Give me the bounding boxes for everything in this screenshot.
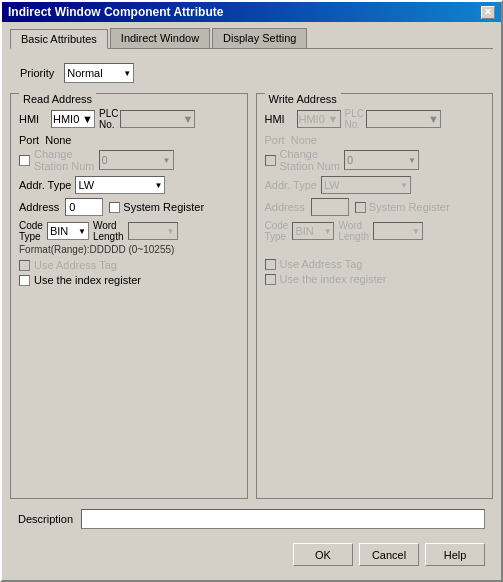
read-change-station-row: ChangeStation Num 0 ▼ (19, 148, 239, 172)
read-code-type-arrow-icon: ▼ (78, 227, 86, 236)
write-hmi-label: HMI (265, 113, 293, 125)
read-use-addr-tag-checkbox (19, 260, 30, 271)
read-address-title: Read Address (19, 93, 96, 105)
read-port-row: Port None (19, 134, 239, 146)
title-bar: Indirect Window Component Attribute ✕ (2, 2, 501, 22)
write-plc-arrow-icon: ▼ (428, 113, 439, 125)
priority-row: Priority Normal ▼ (10, 59, 493, 87)
read-plc-select[interactable]: ▼ (120, 110, 195, 128)
tab-indirect-window[interactable]: Indirect Window (110, 28, 210, 48)
write-hmi-plc-row: HMI HMI0 ▼ PLCNo. ▼ (265, 108, 485, 130)
write-plc-label: PLCNo. (345, 108, 364, 130)
write-address-label: Address (265, 201, 305, 213)
read-address-input[interactable] (65, 198, 103, 216)
read-word-length-label: WordLength (93, 220, 124, 242)
read-address-panel: Read Address HMI HMI0 ▼ PLCNo. ▼ (10, 93, 248, 499)
button-row: OK Cancel Help (10, 539, 493, 574)
write-sys-reg-label: System Register (369, 201, 450, 213)
write-sys-reg-row: System Register (355, 201, 450, 213)
read-plc-label: PLCNo. (99, 108, 118, 130)
write-use-addr-tag-checkbox (265, 259, 276, 270)
read-code-type-label: CodeType (19, 220, 43, 242)
write-code-type-arrow-icon: ▼ (323, 227, 331, 236)
write-sys-reg-checkbox (355, 202, 366, 213)
read-addr-type-row: Addr. Type LW ▼ (19, 176, 239, 194)
read-use-index-label: Use the index register (34, 274, 141, 286)
write-code-type-row: CodeType BIN ▼ WordLength ▼ (265, 220, 485, 242)
panels-row: Read Address HMI HMI0 ▼ PLCNo. ▼ (10, 93, 493, 499)
write-addr-type-arrow-icon: ▼ (400, 181, 408, 190)
read-use-addr-tag-label: Use Address Tag (34, 259, 117, 271)
write-use-addr-tag-row: Use Address Tag (265, 258, 485, 270)
main-window: Indirect Window Component Attribute ✕ Ba… (0, 0, 503, 582)
read-format-text: Format(Range):DDDDD (0~10255) (19, 244, 239, 255)
read-change-station-checkbox[interactable] (19, 155, 30, 166)
write-word-length-arrow-icon: ▼ (412, 227, 420, 236)
description-row: Description (10, 505, 493, 533)
tab-bar: Basic Attributes Indirect Window Display… (10, 28, 493, 49)
read-code-type-select[interactable]: BIN ▼ (47, 222, 89, 240)
write-addr-type-select: LW ▼ (321, 176, 411, 194)
tab-display-setting[interactable]: Display Setting (212, 28, 307, 48)
write-change-station-select: 0 ▼ (344, 150, 419, 170)
write-port-value: None (291, 134, 317, 146)
write-code-type-select: BIN ▼ (292, 222, 334, 240)
close-button[interactable]: ✕ (481, 6, 495, 19)
write-plc-select[interactable]: ▼ (366, 110, 441, 128)
write-port-label: Port (265, 134, 285, 146)
write-addr-type-row: Addr. Type LW ▼ (265, 176, 485, 194)
write-use-index-label: Use the index register (280, 273, 387, 285)
write-use-index-checkbox (265, 274, 276, 285)
description-label: Description (18, 513, 73, 525)
read-word-length-select[interactable]: ▼ (128, 222, 178, 240)
write-address-title: Write Address (265, 93, 341, 105)
write-port-row: Port None (265, 134, 485, 146)
read-code-type-row: CodeType BIN ▼ WordLength ▼ (19, 220, 239, 242)
read-sys-reg-row: System Register (109, 201, 204, 213)
read-addr-type-label: Addr. Type (19, 179, 71, 191)
help-button[interactable]: Help (425, 543, 485, 566)
write-change-station-label: ChangeStation Num (280, 148, 341, 172)
priority-arrow-icon: ▼ (123, 69, 131, 78)
read-addr-type-arrow-icon: ▼ (154, 181, 162, 190)
write-change-station-row: ChangeStation Num 0 ▼ (265, 148, 485, 172)
ok-button[interactable]: OK (293, 543, 353, 566)
read-change-station-label: ChangeStation Num (34, 148, 95, 172)
write-plc-row: PLCNo. ▼ (345, 108, 485, 130)
read-word-length-arrow-icon: ▼ (167, 227, 175, 236)
write-use-addr-tag-label: Use Address Tag (280, 258, 363, 270)
read-hmi-select[interactable]: HMI0 ▼ (51, 110, 95, 128)
read-address-label: Address (19, 201, 59, 213)
read-port-label: Port (19, 134, 39, 146)
write-hmi-select[interactable]: HMI0 ▼ (297, 110, 341, 128)
priority-select[interactable]: Normal ▼ (64, 63, 134, 83)
read-plc-arrow-icon: ▼ (183, 113, 194, 125)
write-address-row: Address System Register (265, 198, 485, 216)
write-code-type-label: CodeType (265, 220, 289, 242)
read-hmi-label: HMI (19, 113, 47, 125)
read-use-addr-tag-row: Use Address Tag (19, 259, 239, 271)
read-use-index-row: Use the index register (19, 274, 239, 286)
read-sys-reg-label: System Register (123, 201, 204, 213)
read-hmi-plc-row: HMI HMI0 ▼ PLCNo. ▼ (19, 108, 239, 130)
tab-basic-attributes[interactable]: Basic Attributes (10, 29, 108, 49)
read-sys-reg-checkbox[interactable] (109, 202, 120, 213)
read-plc-row: PLCNo. ▼ (99, 108, 239, 130)
read-address-row: Address System Register (19, 198, 239, 216)
read-change-station-select[interactable]: 0 ▼ (99, 150, 174, 170)
read-use-index-checkbox[interactable] (19, 275, 30, 286)
write-word-length-select: ▼ (373, 222, 423, 240)
window-content: Basic Attributes Indirect Window Display… (2, 22, 501, 580)
cancel-button[interactable]: Cancel (359, 543, 419, 566)
write-addr-type-label: Addr. Type (265, 179, 317, 191)
read-change-station-arrow-icon: ▼ (163, 156, 171, 165)
title-bar-buttons: ✕ (481, 6, 495, 19)
write-hmi-arrow-icon: ▼ (328, 113, 339, 125)
write-use-index-row: Use the index register (265, 273, 485, 285)
write-change-station-arrow-icon: ▼ (408, 156, 416, 165)
write-word-length-label: WordLength (338, 220, 369, 242)
write-address-panel: Write Address HMI HMI0 ▼ PLCNo. ▼ (256, 93, 494, 499)
description-input[interactable] (81, 509, 485, 529)
read-addr-type-select[interactable]: LW ▼ (75, 176, 165, 194)
window-title: Indirect Window Component Attribute (8, 5, 223, 19)
